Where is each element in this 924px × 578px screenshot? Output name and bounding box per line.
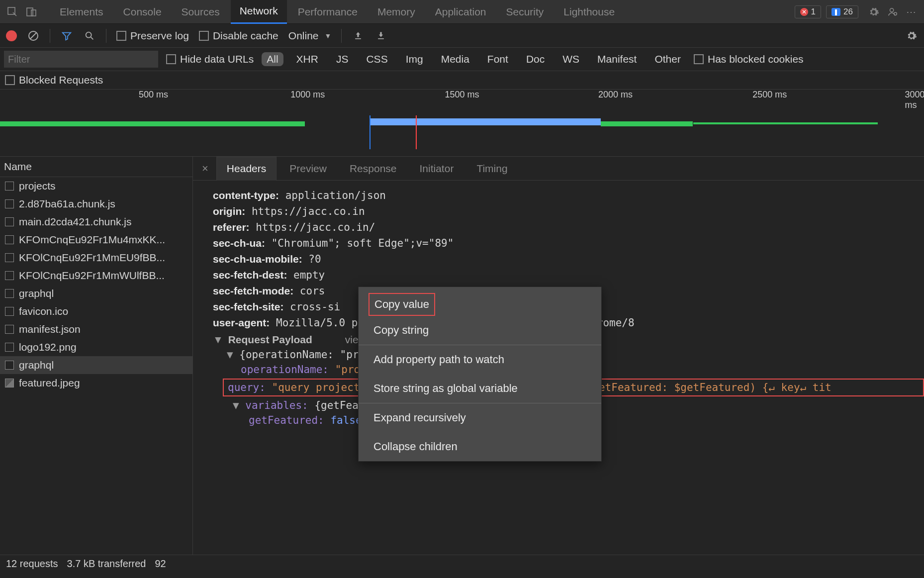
preserve-log-input[interactable]	[116, 31, 126, 41]
ctx-copy-value[interactable]: Copy value	[369, 293, 435, 316]
tab-console[interactable]: Console	[114, 0, 171, 24]
type-doc[interactable]: Doc	[521, 52, 550, 66]
header-key: referer:	[213, 221, 250, 233]
request-name: graphql	[19, 359, 54, 371]
blocked-cookies-checkbox[interactable]: Has blocked cookies	[694, 53, 804, 65]
document-file-icon	[5, 182, 14, 191]
disable-cache-input[interactable]	[199, 31, 209, 41]
request-row[interactable]: projects	[0, 177, 192, 195]
header-row[interactable]: sec-fetch-dest: empty	[213, 269, 924, 281]
timeline-overview[interactable]: 500 ms 1000 ms 1500 ms 2000 ms 2500 ms 3…	[0, 89, 924, 157]
filter-icon[interactable]	[60, 29, 73, 42]
context-menu: Copy value Copy string Add property path…	[358, 287, 602, 462]
tab-network[interactable]: Network	[231, 0, 287, 24]
type-js[interactable]: JS	[331, 52, 354, 66]
tab-sources[interactable]: Sources	[173, 0, 229, 24]
type-manifest[interactable]: Manifest	[592, 52, 642, 66]
detail-tab-initiator[interactable]: Initiator	[410, 157, 464, 181]
filter-input[interactable]	[4, 51, 158, 68]
type-all[interactable]: All	[262, 52, 283, 66]
type-other[interactable]: Other	[649, 52, 686, 66]
status-transferred: 3.7 kB transferred	[67, 558, 146, 570]
detail-tab-response[interactable]: Response	[340, 157, 407, 181]
request-name: KFOlCnqEu92Fr1MmWUlfBB...	[19, 270, 165, 282]
type-font[interactable]: Font	[482, 52, 513, 66]
blocked-requests-input[interactable]	[5, 75, 15, 85]
request-row[interactable]: KFOmCnqEu92Fr1Mu4mxKK...	[0, 231, 192, 249]
gear-icon[interactable]	[865, 3, 882, 20]
type-img[interactable]: Img	[401, 52, 428, 66]
tab-lighthouse[interactable]: Lighthouse	[554, 0, 624, 24]
disclosure-triangle-icon[interactable]: ▼	[227, 349, 233, 361]
document-file-icon	[5, 289, 14, 298]
disable-cache-checkbox[interactable]: Disable cache	[199, 30, 278, 42]
request-row[interactable]: manifest.json	[0, 320, 192, 338]
request-name: main.d2cda421.chunk.js	[19, 216, 131, 228]
header-key: sec-ch-ua:	[213, 237, 265, 249]
tab-memory[interactable]: Memory	[369, 0, 424, 24]
blocked-cookies-input[interactable]	[694, 54, 704, 64]
request-row[interactable]: graphql	[0, 285, 192, 302]
inspect-icon[interactable]	[4, 3, 21, 20]
ctx-expand[interactable]: Expand recursively	[359, 403, 601, 432]
svg-point-6	[86, 32, 92, 37]
record-button[interactable]	[6, 30, 17, 41]
document-file-icon	[5, 253, 14, 262]
payload-title: Request Payload	[228, 334, 312, 345]
disclosure-triangle-icon[interactable]: ▼	[213, 334, 223, 345]
detail-tab-preview[interactable]: Preview	[279, 157, 337, 181]
account-icon[interactable]	[884, 3, 901, 20]
network-settings-icon[interactable]	[905, 29, 918, 42]
type-xhr[interactable]: XHR	[291, 52, 323, 66]
header-row[interactable]: sec-ch-ua: "Chromium"; soft Edge";v="89"	[213, 237, 924, 249]
tab-elements[interactable]: Elements	[51, 0, 112, 24]
header-key: content-type:	[213, 190, 279, 201]
hide-data-urls-checkbox[interactable]: Hide data URLs	[166, 53, 254, 65]
tab-security[interactable]: Security	[497, 0, 553, 24]
device-icon[interactable]	[23, 3, 40, 20]
request-row[interactable]: main.d2cda421.chunk.js	[0, 213, 192, 231]
warning-badge[interactable]: ❚ 26	[826, 5, 858, 18]
tick: 1500 ms	[445, 90, 479, 100]
tab-performance[interactable]: Performance	[289, 0, 367, 24]
request-row[interactable]: logo192.png	[0, 338, 192, 356]
blocked-requests-checkbox[interactable]: Blocked Requests	[5, 74, 103, 86]
header-row[interactable]: content-type: application/json	[213, 190, 924, 201]
request-name: featured.jpeg	[19, 377, 80, 389]
error-badge[interactable]: ✕ 1	[795, 5, 821, 18]
ctx-collapse[interactable]: Collapse children	[359, 432, 601, 461]
image-file-icon	[5, 379, 14, 387]
request-row[interactable]: KFOlCnqEu92Fr1MmEU9fBB...	[0, 249, 192, 267]
ctx-copy-string[interactable]: Copy string	[359, 316, 601, 345]
detail-tab-timing[interactable]: Timing	[466, 157, 517, 181]
clear-icon[interactable]	[27, 29, 40, 42]
header-key: sec-ch-ua-mobile:	[213, 253, 302, 265]
header-row[interactable]: referer: https://jacc.co.in/	[213, 221, 924, 233]
header-row[interactable]: origin: https://jacc.co.in	[213, 205, 924, 217]
header-row[interactable]: sec-ch-ua-mobile: ?0	[213, 253, 924, 265]
request-row[interactable]: favicon.ico	[0, 302, 192, 320]
hide-data-urls-input[interactable]	[166, 54, 176, 64]
close-icon[interactable]: ×	[197, 162, 213, 175]
more-icon[interactable]: ⋯	[903, 3, 920, 20]
status-resources: 92	[155, 558, 166, 570]
request-row[interactable]: KFOlCnqEu92Fr1MmWUlfBB...	[0, 267, 192, 285]
request-row[interactable]: graphql	[0, 356, 192, 374]
type-css[interactable]: CSS	[361, 52, 392, 66]
ctx-store-global[interactable]: Store string as global variable	[359, 374, 601, 403]
upload-icon[interactable]	[352, 29, 365, 42]
request-row[interactable]: 2.d87ba61a.chunk.js	[0, 195, 192, 213]
request-name: projects	[19, 180, 56, 192]
header-value: ?0	[302, 253, 321, 265]
preserve-log-checkbox[interactable]: Preserve log	[116, 30, 189, 42]
status-requests: 12 requests	[6, 558, 58, 570]
type-ws[interactable]: WS	[557, 52, 584, 66]
download-icon[interactable]	[374, 29, 387, 42]
detail-tab-headers[interactable]: Headers	[216, 157, 277, 181]
search-icon[interactable]	[83, 29, 96, 42]
request-row[interactable]: featured.jpeg	[0, 374, 192, 392]
type-media[interactable]: Media	[436, 52, 474, 66]
disclosure-triangle-icon[interactable]: ▼	[233, 399, 239, 411]
ctx-add-watch[interactable]: Add property path to watch	[359, 345, 601, 374]
tab-application[interactable]: Application	[426, 0, 495, 24]
